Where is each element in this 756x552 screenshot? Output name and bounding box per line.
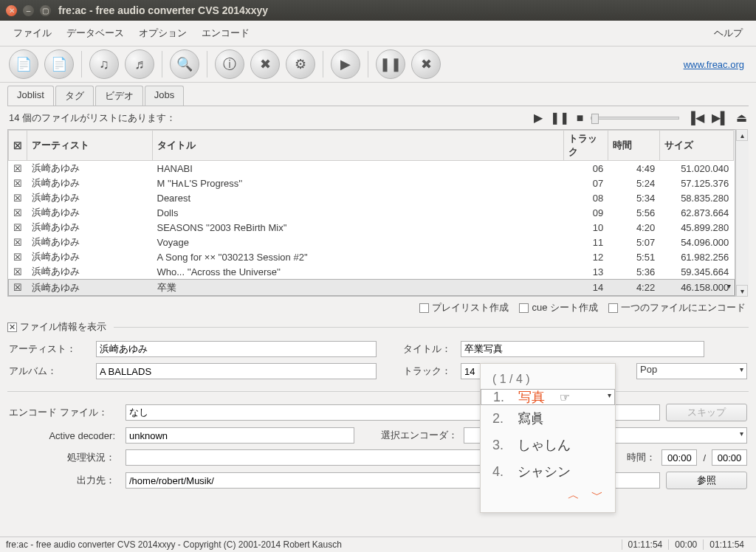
window-close-button[interactable]: ✕ — [6, 5, 17, 16]
scroll-up-button[interactable]: ▴ — [736, 129, 748, 141]
encode-file-label: エンコード ファイル： — [9, 406, 120, 419]
add-files-button[interactable]: 📄 — [9, 49, 38, 79]
artist-input[interactable] — [96, 341, 377, 357]
info-button[interactable]: ⓘ — [215, 49, 244, 79]
row-checkbox[interactable]: ☒ — [9, 280, 27, 296]
row-size: 46.158.000 — [659, 280, 733, 296]
stop-button[interactable]: ✖ — [411, 49, 441, 79]
play-icon[interactable]: ▶ — [534, 111, 543, 125]
ime-up-icon[interactable]: ︿ — [568, 488, 580, 503]
time-label: 時間： — [627, 451, 656, 464]
joblist-table: ☒ アーティスト タイトル トラック 時間 サイズ ☒ 浜崎あゆみ HANABI… — [8, 130, 735, 296]
row-checkbox[interactable]: ☒ — [9, 220, 27, 235]
menu-encode[interactable]: エンコード — [194, 24, 257, 43]
ime-candidate[interactable]: 1.写真☞ — [481, 389, 615, 405]
row-checkbox[interactable]: ☒ — [9, 235, 27, 249]
ime-candidate[interactable]: 3.しゃしん — [481, 432, 615, 458]
row-artist: 浜崎あゆみ — [27, 264, 153, 280]
file-count-status: 14 個のファイルがリストにあります： — [9, 111, 176, 125]
col-header-artist[interactable]: アーティスト — [27, 131, 153, 161]
table-row[interactable]: ☒ 浜崎あゆみ Dolls 09 5:56 62.873.664 — [9, 205, 735, 220]
table-row[interactable]: ☒ 浜崎あゆみ Who... ''Across the Universe'' 1… — [9, 264, 735, 280]
title-input[interactable] — [461, 341, 704, 357]
ime-counter: ( 1 / 4 ) — [481, 370, 615, 389]
play-button[interactable]: ▶ — [331, 49, 360, 79]
tab-tag[interactable]: タグ — [55, 86, 94, 106]
ime-candidate[interactable]: 4.シャシン — [481, 458, 615, 485]
tabs: Joblist タグ ビデオ Jobs — [7, 86, 749, 106]
window-minimize-button[interactable]: – — [23, 5, 34, 16]
col-header-track[interactable]: トラック — [563, 131, 608, 161]
table-row[interactable]: ☒ 浜崎あゆみ SEASONS ''2003 ReBirth Mix'' 10 … — [9, 220, 735, 235]
skip-button[interactable]: スキップ — [666, 404, 747, 421]
fileinfo-checkbox[interactable]: ✕ — [7, 322, 17, 332]
menu-options[interactable]: オプション — [131, 24, 194, 43]
table-row[interactable]: ☒ 浜崎あゆみ Dearest 08 5:34 58.835.280 — [9, 190, 735, 205]
decoder-input — [126, 427, 354, 444]
position-slider[interactable] — [591, 117, 679, 120]
row-time: 4:20 — [608, 220, 659, 235]
cue-checkbox[interactable]: cue シート作成 — [519, 301, 598, 314]
col-header-select[interactable]: ☒ — [9, 131, 27, 161]
settings-button[interactable]: ⚙ — [286, 49, 315, 79]
prev-icon[interactable]: ▐◀ — [687, 111, 704, 125]
row-title: M ''HʌL'S Progress'' — [153, 176, 564, 190]
row-checkbox[interactable]: ☒ — [9, 176, 27, 190]
search-button[interactable]: 🔍 — [170, 49, 199, 79]
row-size: 45.899.280 — [659, 220, 733, 235]
table-row[interactable]: ☒ 浜崎あゆみ A Song for ×× ''030213 Session #… — [9, 249, 735, 264]
table-row[interactable]: ☒ 浜崎あゆみ Voyage 11 5:07 54.096.000 — [9, 235, 735, 249]
pause-button[interactable]: ❚❚ — [376, 49, 405, 79]
pause-icon[interactable]: ❚❚ — [550, 111, 569, 125]
time-total — [712, 449, 747, 466]
album-input[interactable] — [96, 363, 377, 379]
row-time: 5:56 — [608, 205, 659, 220]
clear-button[interactable]: ✖ — [250, 49, 280, 79]
playlist-checkbox[interactable]: プレイリスト作成 — [419, 301, 509, 314]
browse-button[interactable]: 参照 — [666, 472, 747, 489]
row-track: 12 — [563, 249, 608, 264]
menu-database[interactable]: データベース — [59, 24, 131, 43]
row-time: 5:24 — [608, 176, 659, 190]
menu-help[interactable]: ヘルプ — [707, 24, 750, 43]
cddb-button[interactable]: ♫ — [89, 49, 119, 79]
genre-select[interactable]: Pop — [636, 363, 747, 379]
row-artist: 浜崎あゆみ — [27, 280, 153, 296]
website-link[interactable]: www.freac.org — [684, 59, 744, 70]
stop-icon[interactable]: ■ — [577, 111, 584, 125]
ime-down-icon[interactable]: ﹀ — [591, 488, 603, 503]
scroll-down-button[interactable]: ▾ — [736, 285, 748, 297]
row-artist: 浜崎あゆみ — [27, 220, 153, 235]
col-header-time[interactable]: 時間 — [608, 131, 659, 161]
row-title: A Song for ×× ''030213 Session #2'' — [153, 249, 564, 264]
row-size: 62.873.664 — [659, 205, 733, 220]
col-header-title[interactable]: タイトル — [153, 131, 564, 161]
row-checkbox[interactable]: ☒ — [9, 161, 27, 176]
row-title: SEASONS ''2003 ReBirth Mix'' — [153, 220, 564, 235]
single-file-checkbox[interactable]: 一つのファイルにエンコード — [608, 301, 746, 314]
row-time: 4:22 — [608, 280, 659, 296]
row-checkbox[interactable]: ☒ — [9, 190, 27, 205]
ime-candidate-popup: ( 1 / 4 ) 1.写真☞2.寫眞3.しゃしん4.シャシン ︿ ﹀ — [480, 363, 616, 513]
tab-joblist[interactable]: Joblist — [7, 86, 54, 106]
menu-file[interactable]: ファイル — [6, 24, 59, 43]
row-checkbox[interactable]: ☒ — [9, 205, 27, 220]
status-time-1: 01:11:54 — [622, 539, 669, 550]
eject-icon[interactable]: ⏏ — [736, 111, 747, 125]
window-maximize-button[interactable]: ▢ — [40, 5, 51, 16]
row-time: 4:49 — [608, 161, 659, 176]
ime-candidate[interactable]: 2.寫眞 — [481, 405, 615, 432]
remove-file-button[interactable]: 📄 — [44, 49, 74, 79]
next-icon[interactable]: ▶▌ — [712, 111, 729, 125]
row-checkbox[interactable]: ☒ — [9, 264, 27, 280]
table-row[interactable]: ☒ 浜崎あゆみ 卒業 14 4:22 46.158.000 — [9, 280, 735, 296]
tab-jobs[interactable]: Jobs — [145, 86, 184, 106]
row-checkbox[interactable]: ☒ — [9, 249, 27, 264]
row-track: 07 — [563, 176, 608, 190]
table-row[interactable]: ☒ 浜崎あゆみ HANABI 06 4:49 51.020.040 — [9, 161, 735, 176]
tab-video[interactable]: ビデオ — [95, 86, 143, 106]
col-header-size[interactable]: サイズ — [659, 131, 733, 161]
table-row[interactable]: ☒ 浜崎あゆみ M ''HʌL'S Progress'' 07 5:24 57.… — [9, 176, 735, 190]
cddb-options-button[interactable]: ♬ — [125, 49, 154, 79]
row-size: 57.125.376 — [659, 176, 733, 190]
